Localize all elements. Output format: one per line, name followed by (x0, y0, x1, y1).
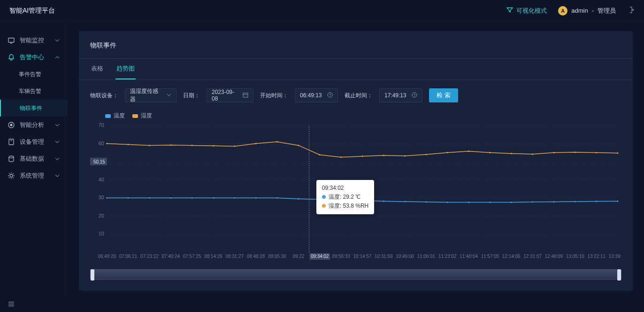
svg-point-30 (192, 197, 193, 199)
svg-point-71 (532, 153, 533, 155)
sidebar-subitem[interactable]: 事件告警 (0, 66, 67, 83)
user-name: admin (571, 7, 588, 14)
calendar-icon (243, 92, 248, 99)
svg-text:11:06:01: 11:06:01 (417, 254, 436, 259)
svg-point-45 (511, 202, 512, 203)
sidebar-item[interactable]: 智能分析 (0, 117, 67, 133)
clock-icon (327, 92, 333, 99)
tab-table[interactable]: 表格 (90, 59, 104, 79)
vis-mode-label: 可视化模式 (516, 7, 547, 15)
svg-point-38 (361, 200, 363, 201)
svg-text:30: 30 (99, 195, 104, 200)
svg-point-42 (447, 202, 448, 203)
sidebar-item-label: 告警中心 (20, 53, 44, 62)
trend-chart[interactable]: 1020304050607050.1506:49:2007:06:2107:23… (90, 123, 621, 264)
svg-text:13:05:10: 13:05:10 (566, 254, 584, 259)
svg-point-74 (596, 152, 597, 153)
range-handle-left[interactable] (91, 269, 94, 281)
svg-text:10:14:57: 10:14:57 (353, 254, 372, 259)
svg-rect-6 (243, 93, 248, 97)
vis-mode-toggle[interactable]: 可视化模式 (506, 6, 547, 15)
sidebar-item[interactable]: 智能监控 (0, 32, 67, 49)
gear-icon (8, 172, 15, 179)
sidebar-collapse-icon[interactable] (8, 300, 15, 309)
svg-point-72 (553, 152, 555, 153)
sidebar-item[interactable]: 基础数据 (0, 150, 67, 167)
range-handle-right[interactable] (617, 269, 621, 281)
svg-text:10:49:00: 10:49:00 (396, 254, 414, 259)
svg-point-52 (128, 144, 129, 145)
svg-text:11:40:04: 11:40:04 (460, 254, 478, 259)
svg-point-35 (298, 198, 299, 200)
user-block[interactable]: A admin - 管理员 (558, 6, 616, 16)
svg-point-73 (575, 152, 576, 153)
clock-icon (412, 92, 417, 99)
svg-point-32 (234, 197, 235, 199)
svg-text:12:14:06: 12:14:06 (502, 254, 521, 259)
svg-point-65 (404, 155, 406, 156)
svg-point-40 (404, 201, 406, 203)
avatar: A (558, 6, 567, 16)
svg-point-48 (575, 201, 576, 203)
svg-point-2 (10, 124, 12, 126)
sidebar-item-label: 基础数据 (20, 155, 44, 163)
end-time-input[interactable]: 17:49:13 (379, 88, 422, 102)
svg-point-36 (319, 199, 321, 200)
svg-point-34 (276, 197, 278, 199)
search-button[interactable]: 检 索 (429, 88, 458, 102)
svg-point-53 (149, 145, 150, 146)
svg-point-33 (255, 197, 257, 199)
device-icon (8, 138, 15, 146)
svg-point-68 (468, 150, 469, 152)
hum-swatch (132, 114, 138, 118)
logout-icon[interactable] (627, 6, 635, 15)
tab-trend[interactable]: 趋势图 (115, 59, 136, 79)
svg-point-62 (340, 156, 342, 158)
circle-dot-icon (8, 121, 15, 129)
end-label: 截止时间： (345, 92, 373, 100)
svg-text:07:57:25: 07:57:25 (183, 254, 201, 259)
date-input[interactable]: 2023-09-08 (207, 88, 253, 102)
svg-point-56 (213, 145, 214, 147)
legend-temp[interactable]: 温度 (105, 112, 125, 120)
svg-point-60 (298, 145, 299, 146)
svg-text:09:34:02: 09:34:02 (311, 254, 329, 259)
svg-text:07:40:24: 07:40:24 (161, 254, 180, 259)
app-header: 智能AI管理平台 可视化模式 A admin - 管理员 (0, 0, 644, 22)
sidebar-item[interactable]: 告警中心 (0, 49, 67, 66)
svg-text:50.15: 50.15 (93, 159, 105, 164)
device-select[interactable]: 温湿度传感器 (125, 88, 176, 102)
svg-text:10: 10 (99, 231, 104, 236)
svg-point-51 (106, 143, 107, 144)
svg-text:08:48:28: 08:48:28 (247, 254, 265, 259)
svg-text:13:22:11: 13:22:11 (587, 254, 606, 259)
svg-point-59 (276, 141, 278, 142)
svg-point-63 (361, 156, 363, 157)
svg-point-55 (192, 145, 193, 146)
svg-text:08:14:26: 08:14:26 (204, 254, 222, 259)
svg-text:09:05:30: 09:05:30 (268, 254, 286, 259)
chevron-down-icon (55, 37, 60, 44)
user-role: 管理员 (598, 7, 616, 15)
start-time-input[interactable]: 06:49:13 (295, 88, 338, 102)
sidebar: 智能监控告警中心事件告警车辆告警物联事件智能分析设备管理基础数据系统管理 (0, 22, 68, 297)
start-label: 开始时间： (260, 92, 288, 100)
time-range-slider[interactable] (90, 269, 621, 280)
svg-text:20: 20 (99, 213, 104, 218)
chevron-down-icon (55, 156, 60, 163)
sidebar-item[interactable]: 系统管理 (0, 167, 67, 184)
svg-point-4 (9, 156, 14, 158)
svg-text:60: 60 (99, 140, 104, 146)
page-title: 物联事件 (79, 31, 633, 58)
svg-point-50 (617, 201, 619, 202)
svg-text:10:31:59: 10:31:59 (375, 254, 393, 259)
svg-point-46 (532, 201, 533, 203)
sidebar-item[interactable]: 设备管理 (0, 133, 67, 150)
svg-point-75 (617, 152, 619, 154)
svg-point-44 (489, 202, 491, 203)
sidebar-subitem[interactable]: 车辆告警 (0, 83, 67, 100)
legend-hum[interactable]: 湿度 (132, 112, 152, 120)
sidebar-subitem[interactable]: 物联事件 (0, 100, 67, 117)
svg-point-58 (255, 143, 257, 144)
sidebar-item-label: 智能监控 (20, 36, 44, 45)
